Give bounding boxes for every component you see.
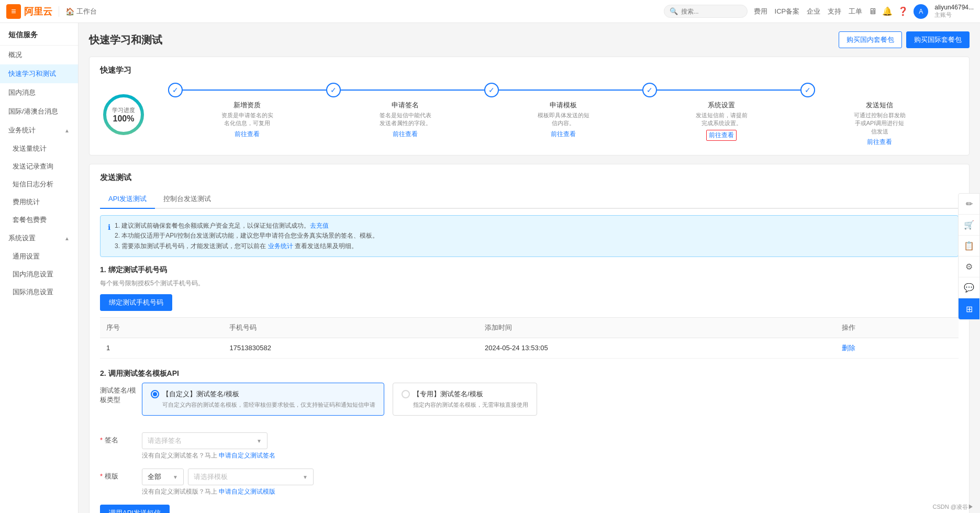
radio-special-desc: 指定内容的测试签名模板，无需审核直接使用 — [402, 401, 528, 409]
right-panel-chat[interactable]: 💬 — [959, 277, 979, 298]
sig-label: 签名 — [100, 432, 142, 445]
sidebar-sub-sendlog[interactable]: 发送记录查询 — [0, 158, 78, 175]
right-panel-cart[interactable]: 🛒 — [959, 215, 979, 236]
monitor-icon[interactable]: 🖥 — [868, 7, 877, 16]
radio-custom[interactable]: 【自定义】测试签名/模板 可自定义内容的测试签名模板，需经审核但要求较低，仅支持… — [142, 383, 384, 416]
sidebar: 短信服务 概况 快速学习和测试 国内消息 国际/港澳台消息 业务统计 ▲ 发送量… — [0, 23, 79, 513]
header-buttons: 购买国内套餐包 购买国际套餐包 — [839, 31, 970, 48]
stats-link[interactable]: 业务统计 — [268, 242, 293, 250]
sidebar-item-overview[interactable]: 概况 — [0, 46, 78, 64]
type-field: 【自定义】测试签名/模板 可自定义内容的测试签名模板，需经审核但要求较低，仅支持… — [142, 383, 959, 424]
radio-special[interactable]: 【专用】测试签名/模板 指定内容的测试签名模板，无需审核直接使用 — [393, 383, 537, 416]
tpl-selects: 全部 ▼ 请选择模板 ▼ — [142, 469, 959, 485]
sidebar-section-stats[interactable]: 业务统计 ▲ — [0, 121, 78, 140]
sig-field: 请选择签名 ▼ 没有自定义测试签名？马上 申请自定义测试签名 — [142, 432, 959, 460]
nav-link-support[interactable]: 支持 — [828, 7, 841, 16]
tpl-type-select[interactable]: 全部 ▼ — [142, 469, 184, 485]
search-input[interactable] — [681, 8, 742, 15]
logo[interactable]: ≡ 阿里云 — [6, 4, 52, 19]
user-info[interactable]: aliyun46794... 主账号 — [934, 4, 974, 19]
sidebar-sub-smslog[interactable]: 短信日志分析 — [0, 175, 78, 193]
sidebar-section-system[interactable]: 系统设置 ▲ — [0, 229, 78, 248]
radio-options: 【自定义】测试签名/模板 可自定义内容的测试签名模板，需经审核但要求较低，仅支持… — [142, 383, 959, 416]
progress-circle: 学习进度 100% — [100, 91, 147, 138]
sidebar-sub-domestic-settings[interactable]: 国内消息设置 — [0, 265, 78, 283]
sidebar-header: 短信服务 — [0, 23, 78, 46]
collapse-arrow-system: ▲ — [64, 236, 70, 241]
step-2-link[interactable]: 前往查看 — [393, 130, 418, 139]
right-panel-clipboard[interactable]: 📋 — [959, 236, 979, 256]
bell-icon[interactable]: 🔔 — [882, 6, 893, 16]
tpl-select[interactable]: 请选择模板 ▼ — [188, 469, 314, 485]
sidebar-item-international[interactable]: 国际/港澳台消息 — [0, 102, 78, 121]
topnav-links: 费用 ICP备案 企业 支持 工单 — [754, 7, 863, 16]
step-1-link[interactable]: 前往查看 — [235, 130, 260, 139]
step-3-icon: ✓ — [484, 83, 499, 97]
cell-time: 2024-05-24 13:53:05 — [478, 338, 836, 358]
sig-select[interactable]: 请选择签名 ▼ — [142, 432, 268, 449]
delete-link[interactable]: 删除 — [842, 344, 855, 352]
nav-link-ticket[interactable]: 工单 — [849, 7, 862, 16]
radio-custom-dot — [151, 390, 159, 398]
username: aliyun46794... — [934, 4, 974, 11]
page-header: 快速学习和测试 购买国内套餐包 购买国际套餐包 — [89, 31, 970, 48]
radio-form-row: 测试签名/模板类型 【自定义】测试签名/模板 可自定义内容的测试签名模板，需经审… — [100, 383, 959, 424]
nav-link-fees[interactable]: 费用 — [754, 7, 767, 16]
sidebar-sub-general[interactable]: 通用设置 — [0, 248, 78, 265]
tab-console[interactable]: 控制台发送测试 — [155, 190, 219, 209]
send-api-btn[interactable]: 调用API发送短信 — [100, 505, 170, 513]
sidebar-sub-cost[interactable]: 费用统计 — [0, 193, 78, 211]
info-line-2: 2. 本功能仅适用于API/控制台发送测试功能，建议您早申请符合您业务真实场景的… — [115, 231, 378, 241]
step-1-icon: ✓ — [168, 83, 183, 97]
search-box[interactable]: 🔍 — [664, 5, 748, 18]
tab-api[interactable]: API发送测试 — [100, 190, 155, 209]
right-panel-qr[interactable]: ⊞ — [959, 298, 979, 319]
home-icon[interactable]: 🏠 — [65, 7, 74, 16]
step-1: ✓ 新增资质 资质是申请签名的实名化信息，可复用 前往查看 — [168, 83, 326, 139]
topnav-right: 🔍 费用 ICP备案 企业 支持 工单 🖥 🔔 ❓ A aliyun46794.… — [664, 4, 974, 19]
sidebar-item-quicklearn[interactable]: 快速学习和测试 — [0, 64, 78, 83]
sig-arrow: ▼ — [257, 438, 262, 444]
buy-international-btn[interactable]: 购买国际套餐包 — [906, 31, 970, 48]
info-line-3: 3. 需要添加测试手机号码，才能发送测试，您可以前在 业务统计 查看发送结果及明… — [115, 241, 378, 251]
nav-link-icp[interactable]: ICP备案 — [775, 7, 800, 16]
breadcrumb-text: 工作台 — [76, 7, 97, 16]
step-3: ✓ 申请模板 模板即具体发送的短信内容。 前往查看 — [484, 83, 642, 139]
avatar[interactable]: A — [914, 4, 928, 19]
tpl-label: 模版 — [100, 469, 142, 481]
step-3-link[interactable]: 前往查看 — [551, 130, 576, 139]
logo-text: 阿里云 — [24, 5, 52, 18]
sidebar-sub-sendstats[interactable]: 发送量统计 — [0, 140, 78, 158]
right-panel-edit[interactable]: ✏ — [959, 194, 979, 215]
step-5-link[interactable]: 前往查看 — [867, 138, 892, 147]
step1-heading: 1. 绑定测试手机号码 — [100, 265, 959, 275]
right-panel-settings[interactable]: ⚙ — [959, 256, 979, 277]
step-5: ✓ 发送短信 可通过控制台群发助手或API调用进行短信发送 前往查看 — [800, 83, 959, 147]
phone-table: 序号 手机号码 添加时间 操作 1 17513830582 2024-05-24… — [100, 317, 959, 359]
step-4-desc: 发送短信前，请提前完成系统设置。 — [695, 111, 748, 128]
col-time: 添加时间 — [478, 317, 836, 338]
collapse-arrow-stats: ▲ — [64, 128, 70, 133]
info-row: ℹ 1. 建议测试前确保套餐包余额或账户资金充足，以保证短信测试成功。去充值 2… — [108, 221, 951, 251]
recharge-link[interactable]: 去充值 — [310, 222, 329, 229]
nav-link-enterprise[interactable]: 企业 — [807, 7, 820, 16]
sidebar-sub-packages[interactable]: 套餐包费费 — [0, 211, 78, 229]
step-4-link[interactable]: 前往查看 — [706, 130, 737, 141]
type-label: 测试签名/模板类型 — [100, 383, 142, 405]
apply-sig-link[interactable]: 申请自定义测试签名 — [219, 452, 275, 459]
bind-phone-btn[interactable]: 绑定测试手机号码 — [100, 294, 172, 311]
learning-section: 学习进度 100% ✓ 新增资质 资质是申请签名的实名化信息，可复 — [100, 83, 959, 147]
learning-title: 快速学习 — [100, 65, 959, 75]
layout: 短信服务 概况 快速学习和测试 国内消息 国际/港澳台消息 业务统计 ▲ 发送量… — [0, 23, 980, 513]
topnav-icons: 🖥 🔔 ❓ A — [868, 4, 928, 19]
col-phone: 手机号码 — [223, 317, 478, 338]
menu-icon[interactable]: ≡ — [6, 4, 21, 19]
sidebar-item-domestic[interactable]: 国内消息 — [0, 83, 78, 102]
tpl-placeholder: 请选择模板 — [194, 472, 228, 482]
tpl-type-arrow: ▼ — [173, 474, 178, 480]
help-icon[interactable]: ❓ — [898, 6, 908, 16]
apply-tpl-link[interactable]: 申请自定义测试模版 — [219, 488, 275, 495]
buy-domestic-btn[interactable]: 购买国内套餐包 — [839, 31, 902, 48]
table-row: 1 17513830582 2024-05-24 13:53:05 删除 — [100, 338, 959, 358]
sidebar-sub-international-settings[interactable]: 国际消息设置 — [0, 283, 78, 301]
